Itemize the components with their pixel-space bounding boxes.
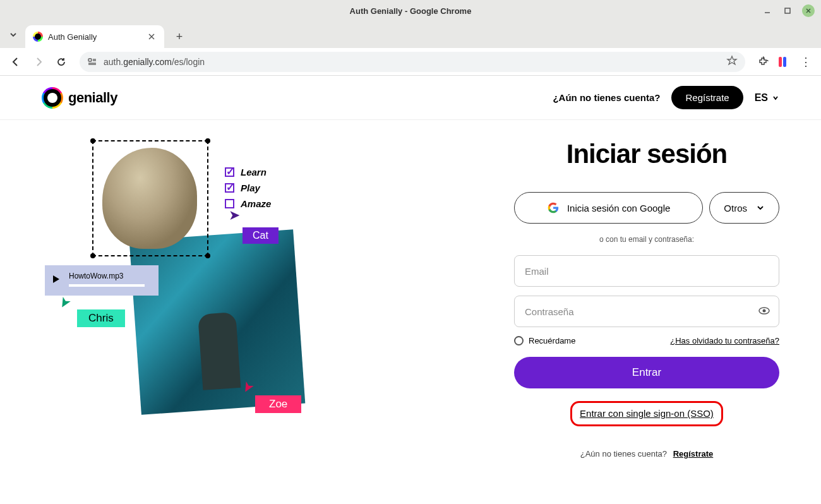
illustration-panel: Learn Play Amaze ➤ Cat HowtoWow.mp3 ➤ Ch… xyxy=(42,139,489,504)
genially-logo[interactable]: genially xyxy=(42,87,117,109)
window-title: Auth Genially - Google Chrome xyxy=(350,6,472,16)
radio-icon xyxy=(514,336,524,345)
sso-section: Entrar con single sign-on (SSO) xyxy=(514,401,779,426)
svg-point-12 xyxy=(763,309,766,313)
chevron-down-icon xyxy=(756,203,765,212)
svg-rect-6 xyxy=(88,59,92,61)
maximize-button[interactable] xyxy=(782,5,793,16)
todo-list: Learn Play Amaze xyxy=(225,167,271,209)
email-input[interactable] xyxy=(514,255,779,287)
checkbox-checked-icon xyxy=(225,183,234,193)
play-icon xyxy=(51,274,61,287)
remember-label: Recuérdame xyxy=(529,336,575,345)
chevron-down-icon xyxy=(772,94,779,102)
password-input[interactable] xyxy=(514,296,779,327)
logo-text: genially xyxy=(68,90,117,106)
window-titlebar: Auth Genially - Google Chrome xyxy=(0,0,821,21)
other-signin-button[interactable]: Otros xyxy=(709,192,779,224)
audio-progress xyxy=(69,284,145,287)
tab-close-button[interactable] xyxy=(147,32,157,42)
back-button[interactable] xyxy=(6,52,25,71)
site-header: genially ¿Aún no tienes cuenta? Regístra… xyxy=(0,76,821,120)
forward-button[interactable] xyxy=(29,52,48,71)
remember-me[interactable]: Recuérdame xyxy=(514,336,575,345)
tab-title: Auth Genially xyxy=(48,32,141,42)
cursor-icon: ➤ xyxy=(55,294,75,312)
form-options-row: Recuérdame ¿Has olvidado tu contraseña? xyxy=(514,336,779,345)
submit-button[interactable]: Entrar xyxy=(514,357,779,388)
tab-favicon-icon xyxy=(33,32,43,42)
ocean-image xyxy=(129,229,306,414)
minimize-button[interactable] xyxy=(762,5,773,16)
form-title: Iniciar sesión xyxy=(514,139,779,169)
sso-highlight: Entrar con single sign-on (SSO) xyxy=(570,401,723,426)
cat-image xyxy=(102,148,197,249)
main-content: Learn Play Amaze ➤ Cat HowtoWow.mp3 ➤ Ch… xyxy=(0,120,821,504)
checkbox-checked-icon xyxy=(225,167,234,177)
todo-item-play: Play xyxy=(225,183,271,193)
show-password-icon[interactable] xyxy=(758,304,770,320)
close-button[interactable] xyxy=(802,4,815,17)
bookmark-star-icon[interactable] xyxy=(726,55,738,69)
url-text: auth.genially.com/es/login xyxy=(104,57,720,67)
cat-tag: Cat xyxy=(243,227,279,244)
illustration: Learn Play Amaze ➤ Cat HowtoWow.mp3 ➤ Ch… xyxy=(42,139,332,429)
footer-signup: ¿Aún no tienes cuenta? Regístrate xyxy=(514,449,779,459)
extensions-icon[interactable] xyxy=(754,53,772,71)
google-icon xyxy=(547,201,560,214)
google-button-label: Inicia sesión con Google xyxy=(567,203,670,213)
language-code: ES xyxy=(755,92,768,104)
footer-register-link[interactable]: Regístrate xyxy=(673,449,714,459)
logo-mark-icon xyxy=(42,87,63,109)
color-extension-icon[interactable] xyxy=(776,53,793,71)
social-login-row: Inicia sesión con Google Otros xyxy=(514,192,779,224)
language-selector[interactable]: ES xyxy=(755,92,779,104)
browser-menu-button[interactable]: ⋮ xyxy=(797,53,815,71)
google-signin-button[interactable]: Inicia sesión con Google xyxy=(514,192,703,224)
footer-question: ¿Aún no tienes cuenta? xyxy=(580,449,667,459)
others-button-label: Otros xyxy=(724,203,747,213)
forgot-password-link[interactable]: ¿Has olvidado tu contraseña? xyxy=(670,336,779,345)
header-right: ¿Aún no tienes cuenta? Regístrate ES xyxy=(553,86,779,109)
audio-player: HowtoWow.mp3 xyxy=(45,265,159,296)
tabs-dropdown-button[interactable] xyxy=(5,27,21,43)
browser-tab[interactable]: Auth Genially xyxy=(25,25,164,48)
divider-text: o con tu email y contraseña: xyxy=(514,235,779,244)
zoe-tag: Zoe xyxy=(255,395,301,413)
sso-link[interactable]: Entrar con single sign-on (SSO) xyxy=(580,408,714,419)
window-controls xyxy=(762,4,815,17)
register-button[interactable]: Regístrate xyxy=(671,86,743,109)
svg-rect-1 xyxy=(785,8,790,13)
reload-button[interactable] xyxy=(52,52,71,71)
page-content: genially ¿Aún no tienes cuenta? Regístra… xyxy=(0,76,821,504)
no-account-text: ¿Aún no tienes cuenta? xyxy=(553,92,660,103)
cursor-icon: ➤ xyxy=(229,207,240,224)
address-bar[interactable]: auth.genially.com/es/login xyxy=(80,52,745,72)
site-settings-icon[interactable] xyxy=(87,57,97,67)
todo-item-learn: Learn xyxy=(225,167,271,177)
chris-tag: Chris xyxy=(77,309,125,327)
browser-toolbar: auth.genially.com/es/login ⋮ xyxy=(0,48,821,76)
login-form: Iniciar sesión Inicia sesión con Google … xyxy=(514,139,779,504)
audio-filename: HowtoWow.mp3 xyxy=(69,272,150,280)
new-tab-button[interactable]: + xyxy=(171,28,188,45)
browser-tabbar: Auth Genially + xyxy=(0,21,821,48)
